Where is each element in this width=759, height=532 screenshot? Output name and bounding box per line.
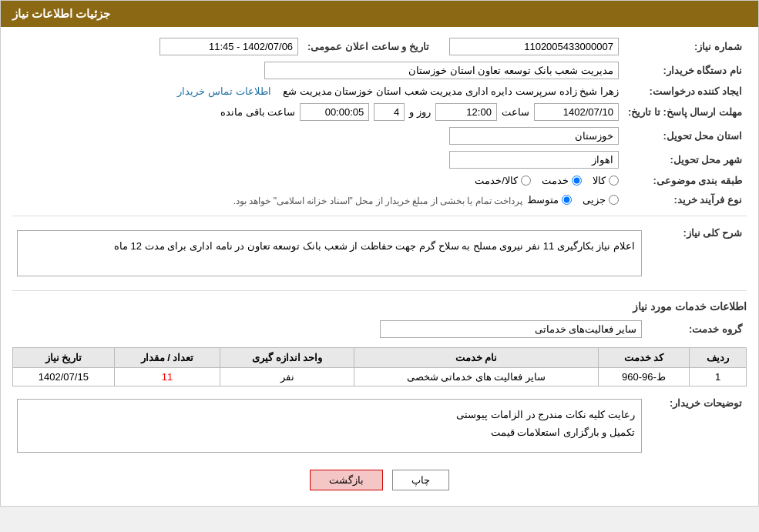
category-radio-kala[interactable] xyxy=(609,176,619,186)
deadline-label: مهلت ارسال پاسخ: تا تاریخ: xyxy=(623,100,747,124)
deadline-time: 12:00 xyxy=(435,103,497,121)
deadline-remaining-label: ساعت باقی مانده xyxy=(220,106,295,118)
category-option-kala[interactable]: کالا xyxy=(593,175,619,186)
deadline-days-label: روز و xyxy=(409,106,431,118)
process-note: پرداخت تمام یا بخشی از مبلغ خریدار از مح… xyxy=(233,196,522,206)
cell-row: 1 xyxy=(690,368,747,386)
city-value: اهواز xyxy=(449,151,619,169)
page-title: جزئیات اطلاعات نیاز xyxy=(12,7,110,20)
buyer-notes-line1: رعایت کلیه نکات مندرج در الزامات پیوستی xyxy=(24,406,635,423)
col-header-unit: واحد اندازه گیری xyxy=(220,348,354,368)
announce-label: تاریخ و ساعت اعلان عمومی: xyxy=(303,35,445,59)
process-radio-group: جزیی متوسط xyxy=(527,194,619,206)
category-option-khedmat[interactable]: خدمت xyxy=(542,175,582,186)
process-label: نوع فرآیند خرید: xyxy=(623,189,747,209)
cell-name: سایر فعالیت های خدماتی شخصی xyxy=(354,368,599,386)
process-radio-jozii[interactable] xyxy=(609,195,619,205)
announce-value: 1402/07/06 - 11:45 xyxy=(160,38,298,55)
group-value: سایر فعالیت‌های خدماتی xyxy=(380,320,642,338)
process-option-jozii[interactable]: جزیی xyxy=(583,194,619,206)
buyer-label: نام دستگاه خریدار: xyxy=(623,59,747,82)
col-header-name: نام خدمت xyxy=(354,348,599,368)
deadline-time-label: ساعت xyxy=(502,106,529,118)
description-label: شرح کلی نیاز: xyxy=(646,223,747,284)
city-label: شهر محل تحویل: xyxy=(623,148,747,172)
buyer-notes-content: رعایت کلیه نکات مندرج در الزامات پیوستی … xyxy=(17,399,642,453)
category-radio-khedmat[interactable] xyxy=(572,176,582,186)
buttons-row: چاپ بازگشت xyxy=(12,470,747,490)
services-section-title: اطلاعات خدمات مورد نیاز xyxy=(12,300,747,313)
process-jozii-label: جزیی xyxy=(583,194,606,206)
col-header-code: کد خدمت xyxy=(598,348,689,368)
col-header-date: تاریخ نیاز xyxy=(13,348,115,368)
description-value: اعلام نیاز بکارگیری 11 نفر نیروی مسلح به… xyxy=(17,230,642,276)
need-number-label: شماره نیاز: xyxy=(623,35,747,59)
divider-1 xyxy=(12,216,747,216)
process-option-mutavasset[interactable]: متوسط xyxy=(527,194,572,206)
print-button[interactable]: چاپ xyxy=(392,470,449,490)
table-row: 1 ط-96-960 سایر فعالیت های خدماتی شخصی ن… xyxy=(13,368,747,386)
buyer-notes-line2: تکمیل و بارگزاری استعلامات قیمت xyxy=(24,423,635,441)
divider-2 xyxy=(12,290,747,291)
process-mutavasset-label: متوسط xyxy=(527,194,559,206)
page-header: جزئیات اطلاعات نیاز xyxy=(1,1,758,27)
col-header-count: تعداد / مقدار xyxy=(114,348,220,368)
category-option-kala-khedmat[interactable]: کالا/خدمت xyxy=(475,175,531,186)
creator-value: زهرا شیخ زاده سرپرست دایره اداری مدیریت … xyxy=(283,85,619,97)
deadline-remaining: 00:00:05 xyxy=(300,103,369,121)
need-number-value: 1102005433000007 xyxy=(449,38,619,55)
col-header-row: ردیف xyxy=(690,348,747,368)
services-table: ردیف کد خدمت نام خدمت واحد اندازه گیری ت… xyxy=(12,347,747,386)
process-radio-mutavasset[interactable] xyxy=(562,195,572,205)
category-khedmat-label: خدمت xyxy=(542,175,569,186)
group-label: گروه خدمت: xyxy=(646,317,747,341)
category-kala-label: کالا xyxy=(593,175,606,186)
buyer-notes-label: توضیحات خریدار: xyxy=(646,393,747,459)
creator-label: ایجاد کننده درخواست: xyxy=(623,82,747,100)
province-label: استان محل تحویل: xyxy=(623,124,747,148)
cell-code: ط-96-960 xyxy=(598,368,689,386)
province-value: خوزستان xyxy=(449,127,619,145)
creator-contact-link[interactable]: اطلاعات تماس خریدار xyxy=(177,85,270,97)
category-radio-group: کالا خدمت کالا/خدمت xyxy=(17,175,619,186)
cell-date: 1402/07/15 xyxy=(13,368,115,386)
category-radio-kala-khedmat[interactable] xyxy=(521,176,531,186)
deadline-date: 1402/07/10 xyxy=(534,103,619,121)
cell-count: 11 xyxy=(114,368,220,386)
cell-unit: نفر xyxy=(220,368,354,386)
deadline-days: 4 xyxy=(374,103,405,121)
buyer-value: مدیریت شعب بانک توسعه تعاون استان خوزستا… xyxy=(264,62,619,79)
back-button[interactable]: بازگشت xyxy=(310,470,383,490)
category-label: طبقه بندی موضوعی: xyxy=(623,172,747,189)
category-kala-khedmat-label: کالا/خدمت xyxy=(475,175,518,186)
